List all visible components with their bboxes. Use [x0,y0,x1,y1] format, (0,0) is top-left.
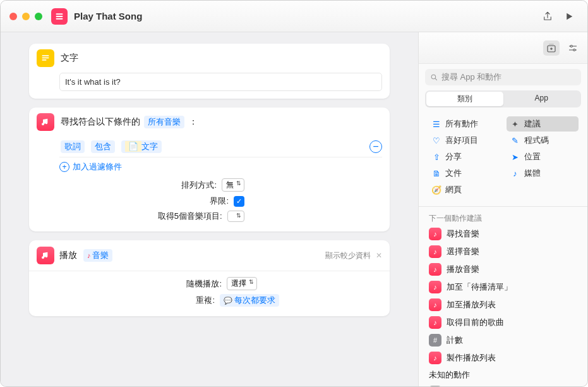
share-button[interactable] [538,8,557,25]
zoom-window-button[interactable] [35,13,42,20]
music-icon: ♪ [429,245,441,258]
variable-icon: ✕ [429,386,441,386]
category-segment: 類別 App [425,90,581,108]
sparkle-icon: ✦ [510,120,520,129]
music-icon: ♪ [429,316,441,329]
music-icon: ♪ [429,263,441,276]
get-items-label: 取得5個音樂項目: [59,211,222,222]
music-icon: ♪ [429,352,441,364]
shuffle-select[interactable]: 選擇 [227,277,257,290]
category-sharing[interactable]: ⇧分享 [428,149,500,164]
play-input-token[interactable]: 音樂 [83,249,112,262]
shortcut-icon [51,8,68,25]
action-count[interactable]: #計數 [419,331,587,349]
filter-field-token[interactable]: 歌詞 [61,140,85,153]
segment-app[interactable]: App [503,92,580,106]
window-title: Play That Song [74,11,142,22]
svg-point-8 [573,49,575,51]
close-window-button[interactable] [9,13,17,20]
next-suggestions-header: 下一個動作建議 [419,209,587,225]
library-toggle-button[interactable] [543,40,560,56]
web-icon: 🧭 [431,185,441,195]
category-grid: ☰所有動作 ✦建議 ♡喜好項目 ✎程式碼 ⇧分享 ➤位置 🗎文件 ♪媒體 🧭網頁 [419,113,587,204]
svg-rect-3 [42,55,49,56]
shuffle-label: 隨機播放: [59,278,222,290]
svg-rect-1 [56,16,63,17]
action-get-current-song[interactable]: ♪取得目前的歌曲 [419,314,587,331]
action-play-music[interactable]: ♪播放音樂 [419,261,587,278]
list-icon: ☰ [431,120,441,129]
action-list: ♪尋找音樂 ♪選擇音樂 ♪播放音樂 ♪加至「待播清單」 ♪加至播放列表 ♪取得目… [419,225,587,386]
limit-checkbox[interactable]: ✓ [234,196,244,207]
action-find-music[interactable]: ♪尋找音樂 [419,225,587,243]
text-action-block[interactable]: 文字 It's it what is it? [29,44,390,99]
category-favorites[interactable]: ♡喜好項目 [428,133,500,148]
run-button[interactable] [560,8,579,25]
category-web[interactable]: 🧭網頁 [428,182,500,197]
filter-value-token[interactable]: 📄文字 [121,140,162,153]
search-icon [430,73,438,82]
category-documents[interactable]: 🗎文件 [428,166,500,181]
category-media[interactable]: ♪媒體 [507,166,579,181]
music-icon [37,113,54,131]
minimize-window-button[interactable] [22,13,30,20]
show-less-button[interactable]: 顯示較少資料 [325,250,371,261]
settings-toggle-button[interactable] [565,40,581,56]
play-music-block[interactable]: 播放 音樂 顯示較少資料 ✕ 隨機播放: 選擇 重複: 每次都要 [29,240,390,316]
action-add-up-next[interactable]: ♪加至「待播清單」 [419,278,587,296]
unknown-actions-header: 未知的動作 [419,367,587,383]
traffic-lights [9,13,42,20]
add-filter-button[interactable]: + 加入過濾條件 [59,157,382,176]
filter-row: 歌詞 包含 📄文字 − [59,137,382,157]
filter-op-token[interactable]: 包含 [91,140,115,153]
sort-label: 排列方式: [59,180,217,191]
plus-icon: + [59,162,69,172]
music-icon: ♪ [429,228,441,240]
count-stepper[interactable] [227,211,244,222]
action-select-music[interactable]: ♪選擇音樂 [419,243,587,261]
svg-rect-0 [56,13,63,15]
text-icon [37,49,54,67]
titlebar: Play That Song [1,1,587,32]
svg-rect-2 [56,18,63,19]
action-add-playlist[interactable]: ♪加至播放列表 [419,296,587,314]
document-icon: 🗎 [431,169,441,178]
play-title: 播放 [59,250,77,261]
find-music-block[interactable]: 尋找符合以下條件的 所有音樂 ： 歌詞 包含 📄文字 − + [29,108,390,231]
text-block-title: 文字 [61,52,78,64]
svg-point-7 [570,45,572,47]
search-input[interactable]: 搜尋 App 和動作 [425,69,581,85]
music-icon [37,247,54,264]
svg-point-9 [431,75,436,79]
action-add-variable[interactable]: ✕ [419,383,587,386]
category-suggestions[interactable]: ✦建議 [507,116,579,132]
remove-filter-button[interactable]: − [369,140,382,153]
source-token[interactable]: 所有音樂 [144,116,184,128]
category-location[interactable]: ➤位置 [507,149,579,164]
svg-rect-4 [42,58,49,59]
text-input-field[interactable]: It's it what is it? [59,73,382,91]
app-window: Play That Song 文字 It's it what is it? [0,0,588,387]
limit-label: 界限: [59,195,229,207]
music-icon: ♪ [429,281,441,293]
workflow-canvas: 文字 It's it what is it? 尋找符合以下條件的 所有音樂 ： [1,32,418,386]
find-block-title: 尋找符合以下條件的 所有音樂 ： [61,116,198,128]
action-make-playlist[interactable]: ♪製作播放列表 [419,349,587,367]
segment-category[interactable]: 類別 [426,92,503,106]
heart-icon: ♡ [431,136,441,145]
sort-select[interactable]: 無 [222,178,244,192]
svg-rect-5 [42,59,47,61]
sidebar: 搜尋 App 和動作 類別 App ☰所有動作 ✦建議 ♡喜好項目 ✎程式碼 ⇧… [418,32,587,386]
share-icon: ⇧ [431,152,441,162]
sidebar-top-toolbar [419,32,587,64]
media-icon: ♪ [510,169,520,178]
location-icon: ➤ [510,152,520,162]
count-icon: # [429,334,441,347]
repeat-value-token[interactable]: 每次都要求 [220,294,279,307]
category-scripting[interactable]: ✎程式碼 [507,133,579,148]
music-icon: ♪ [429,298,441,311]
wand-icon: ✎ [510,136,520,145]
repeat-label: 重複: [59,295,215,306]
remove-block-button[interactable]: ✕ [376,251,382,260]
category-all-actions[interactable]: ☰所有動作 [428,116,500,132]
